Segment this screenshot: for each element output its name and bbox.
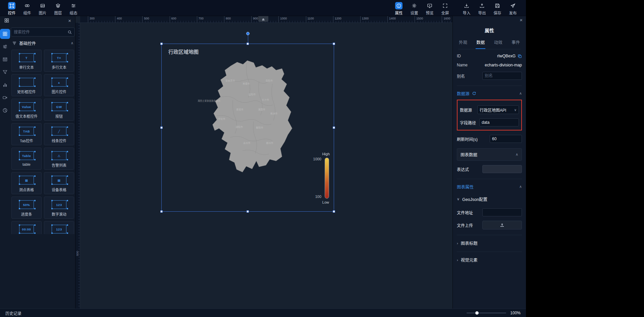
chevron-right-icon: › bbox=[457, 258, 458, 262]
resize-handle-bottom-left[interactable] bbox=[160, 210, 163, 213]
properties-panel-title: 属性 bbox=[453, 27, 526, 34]
widget-card-single-text[interactable]: T单行文本 bbox=[11, 50, 42, 72]
group-geojson-config[interactable]: ∨ GeoJson配置 bbox=[457, 196, 522, 202]
rail-item-sliders[interactable] bbox=[0, 42, 10, 52]
grid-icon bbox=[4, 18, 9, 23]
resize-handle-top-middle[interactable] bbox=[247, 43, 249, 45]
section-title: 基础控件 bbox=[19, 40, 36, 46]
tab-events[interactable]: 事件 bbox=[511, 39, 521, 49]
group-chart-title[interactable]: › 图表标题 bbox=[457, 235, 522, 246]
widget-card-value-text[interactable]: Value值文本框控件 bbox=[11, 99, 42, 121]
toolbar-item-widgets[interactable]: 控件 bbox=[4, 0, 19, 15]
rail-item-pie[interactable] bbox=[0, 105, 10, 115]
resize-handle-bottom-middle[interactable] bbox=[247, 210, 249, 213]
file-address-input[interactable] bbox=[482, 208, 522, 216]
file-upload-button[interactable] bbox=[482, 221, 522, 229]
toolbar-item-fullscreen[interactable]: 全屏 bbox=[437, 0, 453, 15]
alias-input[interactable] bbox=[482, 72, 522, 80]
tab-data[interactable]: 数据 bbox=[476, 39, 485, 49]
zoom-slider[interactable] bbox=[467, 313, 506, 313]
toolbar-item-settings[interactable]: 设置 bbox=[407, 0, 422, 15]
widget-card-icon: ⚠ bbox=[52, 151, 66, 160]
rail-item-tables[interactable] bbox=[0, 54, 10, 64]
history-button[interactable]: 历史记录 bbox=[5, 310, 21, 316]
config-lines-icon bbox=[70, 2, 77, 9]
name-row: Name echarts-division-map bbox=[457, 63, 522, 67]
widget-card-line[interactable]: ╱线条控件 bbox=[44, 123, 74, 145]
resize-handle-middle-left[interactable] bbox=[160, 126, 163, 129]
toolbar-item-publish[interactable]: 发布 bbox=[505, 0, 521, 15]
rail-item-basic-widgets[interactable] bbox=[0, 29, 10, 39]
properties-panel: × 属性 外观 数据 动效 事件 ID rlwQBexG Name echart… bbox=[452, 16, 526, 309]
widget-icon bbox=[8, 2, 15, 9]
toolbar-item-images[interactable]: 图片 bbox=[35, 0, 50, 15]
rail-item-filter[interactable] bbox=[0, 67, 10, 77]
alias-row: 别名 bbox=[457, 72, 522, 80]
toolbar-item-label: 图片 bbox=[39, 10, 47, 15]
widget-card-clock[interactable]: 00:00 bbox=[11, 221, 42, 234]
tab-appearance[interactable]: 外观 bbox=[458, 39, 468, 49]
widget-card-alarm-list[interactable]: ⚠告警列表 bbox=[44, 148, 74, 170]
toolbar-item-preview[interactable]: 预览 bbox=[422, 0, 437, 15]
refresh-time-input[interactable] bbox=[490, 135, 522, 143]
svg-text:岳阳市: 岳阳市 bbox=[266, 79, 273, 82]
rotation-handle[interactable] bbox=[246, 32, 250, 35]
close-icon[interactable]: × bbox=[68, 18, 71, 23]
resize-handle-bottom-right[interactable] bbox=[333, 210, 335, 213]
svg-text:永州市: 永州市 bbox=[243, 142, 250, 145]
svg-text:张家界市: 张家界市 bbox=[225, 79, 235, 82]
file-upload-row: 文件上传 bbox=[457, 221, 522, 229]
section-basic-widgets[interactable]: 基础控件 ∧ bbox=[11, 37, 75, 49]
widget-card-rect[interactable]: 矩形框控件 bbox=[11, 74, 42, 96]
refresh-icon[interactable] bbox=[472, 91, 476, 96]
copy-icon[interactable] bbox=[518, 54, 522, 58]
svg-text:湘西土家族苗族自治州: 湘西土家族苗族自治州 bbox=[198, 99, 220, 102]
datasource-select[interactable]: 行政区地图API ∨ bbox=[477, 105, 519, 114]
group-visual-elements[interactable]: › 视觉元素 bbox=[457, 252, 522, 263]
search-input[interactable] bbox=[14, 30, 66, 35]
section-chart-data[interactable]: 图表数据 ∧ bbox=[457, 148, 522, 161]
toolbar-item-import[interactable]: 导入 bbox=[459, 0, 474, 15]
expression-input[interactable] bbox=[482, 165, 522, 173]
toolbar-item-config[interactable]: 组态 bbox=[66, 0, 81, 15]
map-widget[interactable]: 行政区域地图 湘西土家族苗族自治州 张家界市 bbox=[161, 44, 334, 212]
widget-card-icon: ▴ bbox=[52, 78, 66, 87]
rail-item-charts[interactable] bbox=[0, 80, 10, 90]
tab-animation[interactable]: 动效 bbox=[493, 39, 503, 49]
widget-card-button[interactable]: GW按钮 bbox=[44, 99, 74, 121]
toolbar-item-components[interactable]: 组件 bbox=[19, 0, 35, 15]
widget-card-table[interactable]: Tabletable bbox=[11, 148, 42, 170]
widget-card-image[interactable]: ▴图片控件 bbox=[44, 74, 74, 96]
svg-text:常德市: 常德市 bbox=[243, 82, 250, 85]
field-path-input[interactable] bbox=[479, 118, 519, 126]
widget-card-icon: 123 bbox=[52, 200, 66, 209]
section-chart-attrs[interactable]: 图表属性 ∧ bbox=[457, 179, 522, 190]
widget-panel-header: × bbox=[0, 16, 75, 25]
widget-card-progress[interactable]: 50%进度条 bbox=[11, 197, 42, 219]
widget-card-device-table[interactable]: ▦设备表格 bbox=[44, 172, 74, 194]
rail-item-video[interactable] bbox=[0, 93, 10, 103]
fullscreen-icon bbox=[441, 2, 449, 9]
toolbar-item-save[interactable]: 保存 bbox=[490, 0, 505, 15]
toolbar-item-properties[interactable]: 属性 bbox=[391, 0, 407, 15]
ruler-collapse-tab[interactable] bbox=[258, 16, 268, 22]
widget-card-multi-text[interactable]: T≡多行文本 bbox=[44, 50, 74, 72]
toolbar-item-label: 设置 bbox=[411, 10, 418, 15]
resize-handle-middle-right[interactable] bbox=[333, 126, 335, 129]
widget-card-grid: T单行文本 T≡多行文本 矩形框控件 ▴图片控件 Value值文本框控件 GW按… bbox=[11, 49, 75, 234]
resize-handle-top-right[interactable] bbox=[333, 43, 335, 45]
widget-card-number-scroll[interactable]: 123数字滚动 bbox=[44, 197, 74, 219]
close-icon[interactable]: × bbox=[520, 17, 523, 23]
layers-icon bbox=[54, 2, 62, 9]
design-canvas[interactable]: 300 400 500 600 700 800 900 1000 1100 12… bbox=[75, 16, 452, 309]
legend-low-label: Low bbox=[322, 200, 329, 204]
widget-card-counter[interactable]: 123 bbox=[44, 221, 74, 234]
toolbar-item-export[interactable]: 导出 bbox=[474, 0, 490, 15]
toolbar-item-layers[interactable]: 图层 bbox=[50, 0, 66, 15]
gear-icon bbox=[411, 2, 418, 9]
section-datasource[interactable]: 数据源 ∧ bbox=[457, 86, 522, 97]
widget-card-point-table[interactable]: ▦测点表格 bbox=[11, 172, 42, 194]
widget-card-tab[interactable]: TABTab控件 bbox=[11, 123, 42, 145]
resize-handle-top-left[interactable] bbox=[160, 43, 163, 45]
zoom-slider-knob[interactable] bbox=[475, 311, 479, 315]
